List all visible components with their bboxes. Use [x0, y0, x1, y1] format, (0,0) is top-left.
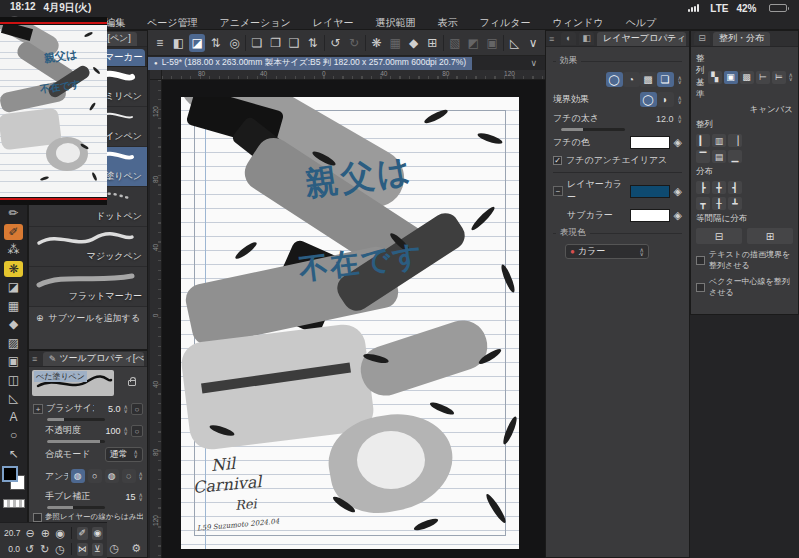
- layer-color-bucket-icon[interactable]: ◈: [674, 185, 682, 198]
- opacity-source-button[interactable]: ○: [131, 425, 143, 437]
- undo-icon[interactable]: ↺: [327, 34, 343, 52]
- effect-chevrons[interactable]: ∧∨: [678, 76, 682, 84]
- stroke-history-icon[interactable]: ◷: [110, 542, 120, 555]
- align-panel-tab-icon[interactable]: ⊟: [694, 32, 710, 45]
- aa-none-button[interactable]: ◍: [71, 469, 85, 483]
- deselect-icon[interactable]: ▦: [387, 34, 403, 52]
- redo-icon[interactable]: ↻: [346, 34, 362, 52]
- layerprop-panel-tab[interactable]: レイヤープロパティ: [597, 32, 686, 46]
- edge-aa-checkbox[interactable]: ✓: [553, 156, 562, 165]
- fit-to-navigator-icon[interactable]: ◉: [92, 527, 103, 540]
- divider-4[interactable]: [443, 35, 444, 51]
- document-tab[interactable]: ● L-59* (188.00 x 263.00mm 製本サイズ:B5 判 18…: [148, 57, 472, 70]
- fit-to-screen-icon[interactable]: ✐: [77, 527, 88, 540]
- selection-launcher-3-icon[interactable]: ▣: [484, 34, 500, 52]
- layerprop-panel-menu-icon[interactable]: ≡: [549, 34, 558, 44]
- basis-guide-2-icon[interactable]: ⊨: [772, 71, 786, 84]
- blend-tool-icon[interactable]: ▦: [4, 298, 23, 314]
- basis-transform-icon[interactable]: ▩: [740, 71, 754, 84]
- divider-3[interactable]: [365, 35, 366, 51]
- new-page-icon[interactable]: ❏: [249, 34, 265, 52]
- rotate-right-icon[interactable]: ↻: [39, 543, 50, 556]
- sub-color-bucket-icon[interactable]: ◈: [674, 209, 682, 222]
- toolprop-panel-tab[interactable]: ✎ ツールプロパティ[べた塗: [43, 352, 144, 366]
- dist-right-icon[interactable]: ┫: [728, 181, 742, 194]
- align-basis-chevrons[interactable]: ∧∨: [789, 73, 793, 81]
- subtool-item-magicpen[interactable]: マジックペン: [29, 227, 147, 267]
- fill-selection-icon[interactable]: ◆: [406, 34, 422, 52]
- gradient-tool-icon[interactable]: ▨: [4, 335, 23, 351]
- subtool-item-flatmarker[interactable]: フラットマーカー: [29, 267, 147, 307]
- eraser-tool-icon[interactable]: ◪: [4, 279, 23, 295]
- menu-item[interactable]: ヘルプ: [615, 16, 668, 30]
- opacity-stepper[interactable]: ∧∨: [124, 427, 128, 435]
- toolprop-panel-menu-icon[interactable]: ≡: [32, 354, 40, 364]
- divider-1[interactable]: [245, 35, 246, 51]
- reference-layer-checkbox[interactable]: [33, 513, 42, 522]
- divider-5[interactable]: [503, 35, 504, 51]
- stabilization-stepper[interactable]: ∧∨: [139, 493, 143, 501]
- document-page[interactable]: 親父は 不在です Nil Carnival Rei L59 Suzumoto 2…: [181, 97, 519, 549]
- gesture-setting-icon[interactable]: ◎: [227, 34, 243, 52]
- page-stepper-icon[interactable]: ⇅: [305, 34, 321, 52]
- ruler-tool-icon[interactable]: ◺: [4, 390, 23, 406]
- brush-size-stepper[interactable]: ∧∨: [124, 405, 128, 413]
- aa-medium-button[interactable]: ◍: [105, 469, 119, 483]
- decoration-tool-icon[interactable]: ❋: [4, 261, 23, 277]
- edge-thickness-value[interactable]: 12.0: [656, 114, 674, 124]
- watercolor-edge-icon[interactable]: ◗: [657, 92, 674, 107]
- align-panel-tab[interactable]: 整列・分布: [713, 32, 770, 46]
- menu-item[interactable]: レイヤー: [302, 16, 365, 30]
- edge-thickness-slider[interactable]: [561, 128, 625, 131]
- dist-left-icon[interactable]: ┣: [696, 181, 710, 194]
- halftone-effect-icon[interactable]: ▩: [640, 72, 657, 87]
- zoom-out-icon[interactable]: ⊖: [25, 527, 36, 540]
- tone-effect-icon[interactable]: ◔: [623, 72, 640, 87]
- navigator-preview[interactable]: 親父は 不在です: [0, 17, 107, 205]
- basis-canvas-icon[interactable]: ▣: [724, 71, 738, 84]
- crop-icon[interactable]: ⊞: [425, 34, 441, 52]
- border-effect-icon[interactable]: ◯: [606, 72, 623, 87]
- border-effect-chevrons[interactable]: ∧∨: [678, 96, 682, 104]
- marker-tool-icon[interactable]: ✐: [4, 224, 23, 240]
- canvas-viewport[interactable]: 親父は 不在です Nil Carnival Rei L59 Suzumoto 2…: [162, 80, 545, 558]
- layer-tab-icon-1[interactable]: ◐: [561, 32, 576, 45]
- menu-item[interactable]: ウィンドウ: [541, 16, 614, 30]
- rotate-left-icon[interactable]: ↺: [24, 543, 35, 556]
- menu-item[interactable]: 選択範囲: [365, 16, 427, 30]
- stabilization-slider[interactable]: [47, 506, 105, 509]
- brush-size-source-button[interactable]: ○: [131, 403, 143, 415]
- transparent-color-swatch[interactable]: [3, 499, 25, 508]
- align-bottom-icon[interactable]: ▁: [728, 150, 742, 163]
- flip-canvas-icon[interactable]: ◧: [171, 34, 187, 52]
- dist-center-h-icon[interactable]: ╋: [712, 181, 726, 194]
- menu-item[interactable]: アニメーション: [208, 16, 301, 30]
- menu-item[interactable]: ページ管理: [136, 16, 208, 30]
- operation-tool-icon[interactable]: ↖: [4, 446, 23, 462]
- rotate-reset-icon[interactable]: ◷: [55, 543, 66, 556]
- aa-strong-button[interactable]: ◌: [122, 469, 136, 483]
- lock-icon[interactable]: [128, 380, 136, 386]
- main-menu-icon[interactable]: ≡: [152, 34, 168, 52]
- layer-color-effect-icon[interactable]: ❏: [657, 72, 674, 87]
- divider-2[interactable]: [324, 35, 325, 51]
- align-right-icon[interactable]: ▕: [728, 134, 742, 147]
- frame-border-tool-icon[interactable]: ◫: [4, 372, 23, 388]
- fill-tool-icon[interactable]: ◆: [4, 316, 23, 332]
- balloon-tool-icon[interactable]: ○: [4, 427, 23, 443]
- tool-settings-icon[interactable]: ⚙: [131, 542, 141, 555]
- selection-launcher-2-icon[interactable]: ◩: [466, 34, 482, 52]
- collapse-layer-color-icon[interactable]: −: [553, 186, 563, 196]
- basis-selection-icon[interactable]: ▚: [708, 71, 722, 84]
- dist-top-icon[interactable]: ┳: [696, 197, 710, 210]
- brush-size-value[interactable]: 5.0: [97, 404, 121, 414]
- menu-item[interactable]: 表示: [427, 16, 469, 30]
- menu-item[interactable]: フィルター: [469, 16, 542, 30]
- stabilization-value[interactable]: 15: [112, 492, 136, 502]
- edge-color-bucket-icon[interactable]: ◈: [674, 136, 682, 149]
- layer-tab-icon-2[interactable]: ◧: [579, 32, 594, 45]
- dist-middle-icon[interactable]: ╂: [712, 197, 726, 210]
- dist-bottom-icon[interactable]: ┻: [728, 197, 742, 210]
- toggle-stepper-icon[interactable]: ⇅: [208, 34, 224, 52]
- text-bounds-checkbox[interactable]: [696, 256, 705, 265]
